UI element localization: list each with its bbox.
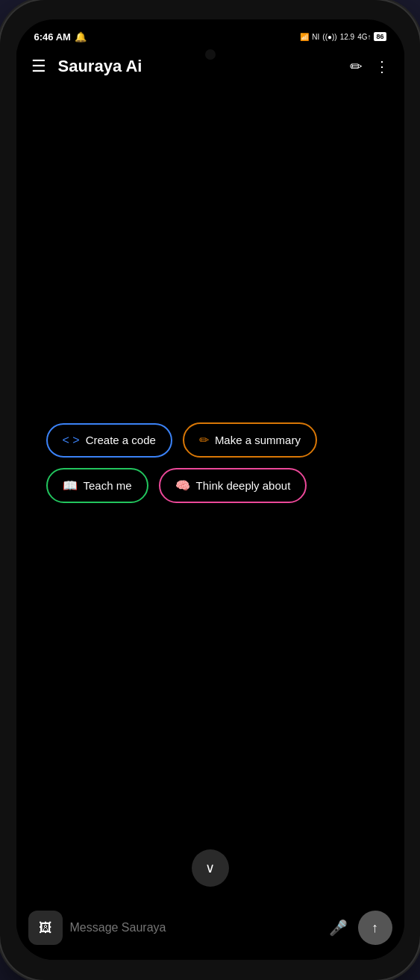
camera-notch (205, 49, 216, 60)
send-button[interactable]: ↑ (358, 911, 392, 945)
header-action-icons: ✏ ⋮ (350, 57, 389, 75)
teach-me-label: Teach me (84, 479, 132, 492)
pencil-icon: ✏ (199, 433, 209, 447)
phone-screen: 6:46 AM 🔔 📶 NI ((●)) 12.9 4G↑ 86 ☰ Saura… (16, 19, 404, 960)
code-icon: < > (63, 434, 80, 447)
network-type-icon: 4G↑ (357, 33, 371, 41)
image-attachment-button[interactable]: 🖼 (28, 911, 63, 945)
status-time: 6:46 AM 🔔 (34, 31, 87, 43)
create-code-label: Create a code (86, 434, 156, 446)
data-speed-icon: 12.9 (340, 33, 354, 41)
create-code-chip[interactable]: < > Create a code (46, 423, 172, 458)
think-deeply-chip[interactable]: 🧠 Think deeply about (159, 468, 307, 503)
notification-bell-icon: 🔔 (75, 31, 87, 43)
hamburger-menu-icon[interactable]: ☰ (31, 57, 46, 76)
microphone-icon[interactable]: 🎤 (329, 919, 348, 937)
status-bar: 6:46 AM 🔔 📶 NI ((●)) 12.9 4G↑ 86 (16, 19, 404, 49)
make-summary-label: Make a summary (215, 434, 301, 446)
brain-icon: 🧠 (175, 478, 190, 493)
image-icon: 🖼 (39, 920, 52, 936)
scroll-down-button[interactable]: ∨ (192, 849, 229, 887)
think-deeply-label: Think deeply about (196, 479, 291, 492)
edit-icon[interactable]: ✏ (350, 57, 363, 75)
suggestion-chips: < > Create a code ✏ Make a summary 📖 Tea… (46, 422, 317, 503)
phone-frame: 6:46 AM 🔔 📶 NI ((●)) 12.9 4G↑ 86 ☰ Saura… (0, 0, 420, 980)
chips-row-1: < > Create a code ✏ Make a summary (46, 422, 317, 458)
bottom-input-bar: 🖼 🎤 ↑ (16, 902, 404, 960)
wifi-icon: NI (312, 33, 319, 41)
time-display: 6:46 AM (34, 31, 71, 43)
status-icons: 📶 NI ((●)) 12.9 4G↑ 86 (300, 32, 386, 41)
message-input[interactable] (70, 912, 322, 943)
battery-icon: 86 (374, 32, 386, 41)
chips-row-2: 📖 Teach me 🧠 Think deeply about (46, 468, 317, 503)
sim-icon: 📶 (300, 33, 309, 41)
chevron-down-icon: ∨ (205, 860, 215, 876)
book-icon: 📖 (63, 478, 78, 493)
teach-me-chip[interactable]: 📖 Teach me (46, 468, 148, 503)
more-options-icon[interactable]: ⋮ (374, 57, 389, 75)
make-summary-chip[interactable]: ✏ Make a summary (183, 422, 317, 458)
signal-strength-icon: ((●)) (322, 33, 336, 41)
send-arrow-icon: ↑ (372, 920, 378, 936)
app-title: Sauraya Ai (58, 57, 350, 76)
main-content: < > Create a code ✏ Make a summary 📖 Tea… (16, 84, 404, 902)
